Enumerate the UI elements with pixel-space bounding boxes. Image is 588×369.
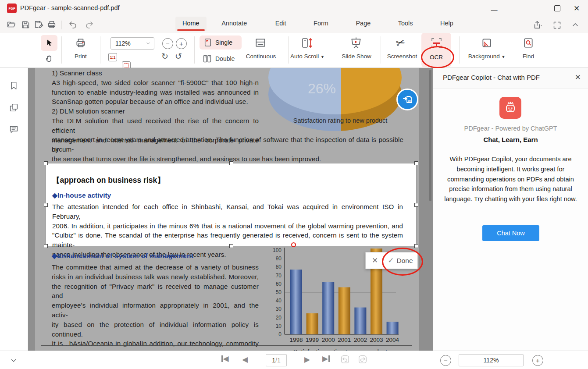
svg-text:2002: 2002 [354, 337, 367, 343]
zoom-in-status-button[interactable]: + [532, 355, 543, 366]
rotate-clockwise-icon[interactable]: ↻ [161, 51, 168, 61]
resize-handle-sw[interactable] [44, 244, 48, 248]
copilot-description: With PDFgear Copilot, your documents are… [442, 154, 579, 204]
chat-now-button[interactable]: Chat Now [482, 225, 539, 241]
svg-text:90: 90 [276, 255, 282, 262]
zoom-level-value: 112% [484, 357, 499, 364]
cancel-ocr-icon[interactable]: ✕ [372, 256, 378, 265]
close-button[interactable]: ✕ [567, 1, 586, 16]
svg-text:30: 30 [276, 306, 282, 312]
view-history-forward-icon[interactable] [358, 355, 367, 364]
resize-handle-w[interactable] [44, 203, 48, 207]
collapse-sidebar-icon[interactable] [10, 356, 18, 364]
resize-handle-n[interactable] [229, 161, 233, 165]
svg-text:w: w [407, 99, 411, 103]
print-quick-icon[interactable] [46, 19, 57, 30]
find-icon[interactable] [523, 37, 534, 49]
copilot-subtitle: PDFgear - Powered by ChatGPT [433, 125, 588, 132]
select-tool-button[interactable] [41, 35, 57, 51]
screenshot-icon[interactable]: ✂ [395, 35, 407, 50]
save-as-icon[interactable] [33, 19, 44, 30]
svg-text:0: 0 [278, 331, 282, 337]
double-page-button[interactable]: Double [200, 52, 242, 65]
vertical-scrollbar[interactable] [429, 70, 431, 201]
first-page-button[interactable]: ◀ [221, 355, 229, 362]
page-number-box[interactable]: 1/1 [266, 354, 287, 366]
find-button[interactable]: Find [517, 53, 540, 60]
bookmarks-panel-icon[interactable] [9, 81, 18, 90]
redo-icon[interactable] [84, 19, 95, 30]
zoom-select[interactable]: 112% [110, 37, 154, 50]
resize-handle-nw[interactable] [44, 161, 48, 165]
screenshot-button[interactable]: Screenshot [384, 53, 420, 60]
tab-tools[interactable]: Tools [391, 17, 420, 31]
resize-handle-se[interactable] [414, 244, 418, 248]
svg-text:2001: 2001 [338, 337, 351, 343]
copilot-robot-icon [499, 97, 521, 119]
print-button[interactable]: Print [68, 53, 93, 60]
thumbnails-panel-icon[interactable] [9, 103, 18, 112]
zoom-out-button[interactable]: − [162, 38, 173, 49]
continuous-button[interactable]: Continuous [242, 53, 279, 60]
background-button[interactable]: Background ▼ [464, 53, 510, 60]
minimize-button[interactable]: — [485, 2, 504, 17]
previous-page-button[interactable]: ◀ [242, 356, 248, 363]
resize-handle-ne[interactable] [414, 161, 418, 165]
pdf-page: 1) Scanner classA3 high-speed, two sided… [35, 68, 419, 351]
convert-to-word-button[interactable]: w [396, 89, 418, 110]
view-history-back-icon[interactable] [340, 355, 350, 364]
rotate-counterclockwise-icon[interactable]: ↺ [175, 51, 182, 61]
svg-text:60: 60 [276, 281, 282, 287]
single-page-button[interactable]: Single [200, 35, 242, 50]
zoom-out-status-button[interactable]: − [440, 355, 451, 366]
ocr-selection-box[interactable]: 【approach on business risk】 ◆In-house ac… [46, 163, 417, 246]
copilot-tagline: Chat, Learn, Earn [433, 136, 588, 143]
enhancement-heading: ◆Enhancement of system of management [52, 252, 193, 260]
background-icon[interactable] [481, 37, 492, 49]
svg-text:1998: 1998 [289, 337, 303, 343]
next-page-button[interactable]: ▶ [304, 356, 310, 363]
tab-annotate[interactable]: Annotate [214, 17, 254, 31]
comments-panel-icon[interactable] [9, 125, 18, 134]
tab-help[interactable]: Help [433, 17, 460, 31]
resize-handle-e[interactable] [414, 203, 418, 207]
auto-scroll-button[interactable]: Auto Scroll ▼ [289, 53, 326, 60]
slide-show-icon[interactable] [350, 37, 362, 49]
annotation-circle-done [382, 248, 423, 276]
maximize-button[interactable] [548, 1, 567, 16]
document-canvas[interactable]: 1) Scanner classA3 high-speed, two sided… [28, 68, 433, 351]
hand-tool-button[interactable] [42, 52, 56, 65]
continuous-icon[interactable] [254, 37, 267, 49]
open-file-icon[interactable] [6, 19, 17, 30]
zoom-level-box[interactable]: 112% [459, 354, 524, 366]
zoom-in-button[interactable]: + [176, 38, 187, 49]
actual-size-button[interactable]: 1:1 [108, 53, 117, 61]
zoom-select-value: 112% [115, 40, 131, 47]
fullscreen-icon[interactable] [552, 20, 562, 30]
undo-icon[interactable] [68, 19, 78, 30]
svg-text:20: 20 [276, 315, 282, 321]
tab-form[interactable]: Form [306, 17, 335, 31]
word-convert-icon: w [401, 93, 413, 106]
print-icon[interactable] [71, 37, 90, 49]
selection-subheading: ◆In-house activity [52, 192, 111, 199]
save-icon[interactable] [20, 19, 31, 30]
slide-show-button[interactable]: Slide Show [339, 53, 374, 60]
copilot-close-icon[interactable]: ✕ [575, 73, 581, 82]
last-page-button[interactable]: ▶ [322, 355, 330, 362]
tab-edit[interactable]: Edit [268, 17, 293, 31]
collapse-ribbon-icon[interactable] [570, 20, 581, 30]
menu-tabs: Home Annotate Edit Form Page Tools Help [175, 17, 412, 33]
pie-slice-label: 26% [308, 81, 336, 96]
svg-text:10: 10 [276, 323, 282, 329]
svg-text:80: 80 [276, 264, 282, 270]
resize-handle-s[interactable] [229, 244, 233, 248]
svg-text:1999: 1999 [306, 337, 319, 343]
divider [61, 21, 62, 29]
auto-scroll-icon[interactable] [301, 37, 313, 49]
tab-page[interactable]: Page [349, 17, 378, 31]
tab-home[interactable]: Home [175, 17, 207, 31]
page-rule [41, 345, 412, 346]
share-icon[interactable] [532, 20, 543, 30]
menu-row: Home Annotate Edit Form Page Tools Help [0, 17, 588, 33]
